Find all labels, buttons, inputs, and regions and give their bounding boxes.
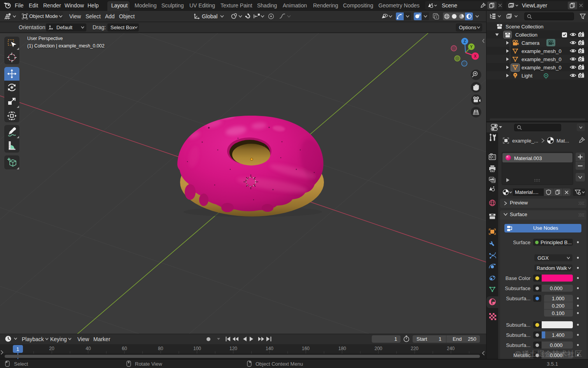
svg-text:X: X [474,54,477,58]
svg-text:Z: Z [464,39,466,44]
svg-text:Y: Y [470,45,473,49]
